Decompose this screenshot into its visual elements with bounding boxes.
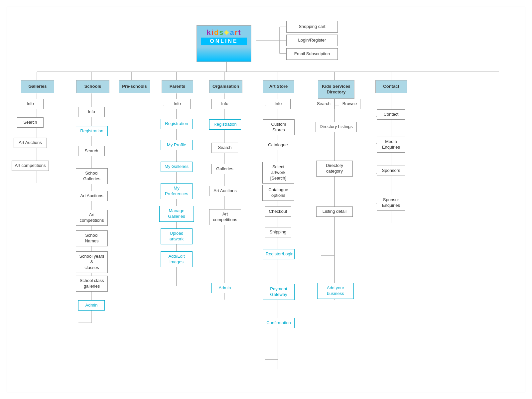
- as-payment[interactable]: PaymentGateway: [263, 284, 295, 300]
- logo: kids☀art ONLINE: [197, 25, 251, 62]
- ksd-header: Kids ServicesDirectory: [318, 80, 354, 99]
- as-catalogue[interactable]: Catalogue: [265, 140, 291, 150]
- as-checkout[interactable]: Checkout: [265, 206, 291, 217]
- page: kids☀art ONLINE Shopping cart Login/Regi…: [7, 7, 525, 392]
- org-registration[interactable]: Registration: [209, 119, 241, 130]
- ksd-add[interactable]: Add yourbusiness: [317, 283, 354, 299]
- as-confirmation[interactable]: Confirmation: [263, 318, 295, 328]
- as-select[interactable]: Select artwork[Search]: [262, 162, 294, 184]
- org-auctions[interactable]: Art Auctions: [209, 186, 241, 196]
- sch-admin[interactable]: Admin: [78, 300, 105, 311]
- org-admin[interactable]: Admin: [211, 283, 238, 293]
- ksd-listings[interactable]: Directory Listings: [316, 122, 357, 132]
- as-info[interactable]: Info: [266, 99, 291, 109]
- login-register-node[interactable]: Login/Register: [286, 35, 338, 46]
- contact-header: Contact: [375, 80, 407, 93]
- schools-header: Schools: [76, 80, 109, 93]
- con-sponsors[interactable]: Sponsors: [377, 166, 405, 176]
- sch-auctions[interactable]: Art Auctions: [76, 191, 108, 201]
- gal-search[interactable]: Search: [17, 117, 44, 128]
- par-registration[interactable]: Registration: [161, 119, 193, 129]
- galleries-header: Galleries: [21, 80, 54, 93]
- shopping-cart-node[interactable]: Shopping cart: [286, 21, 338, 33]
- par-info[interactable]: Info: [164, 99, 191, 109]
- org-info[interactable]: Info: [211, 99, 238, 109]
- logo-top: kids☀art: [201, 28, 247, 37]
- as-custom[interactable]: Custom Stores: [263, 119, 295, 135]
- ksd-search[interactable]: Search: [313, 99, 334, 109]
- sch-class-galleries[interactable]: School classgalleries: [76, 276, 108, 292]
- as-options[interactable]: Catalogueoptions: [262, 185, 294, 201]
- parents-header: Parents: [162, 80, 193, 93]
- con-sponsor-enq[interactable]: SponsorEnquiries: [377, 195, 405, 211]
- email-subscription-node[interactable]: Email Subscription: [286, 48, 338, 60]
- par-profile[interactable]: My Profile: [161, 140, 193, 150]
- sch-info[interactable]: Info: [78, 107, 105, 117]
- sch-years[interactable]: School years &classes: [76, 251, 108, 273]
- sch-competitions[interactable]: Art competitions: [76, 210, 108, 226]
- par-edit[interactable]: Add/Edit images: [161, 251, 193, 267]
- org-galleries[interactable]: Galleries: [211, 164, 238, 174]
- par-galleries[interactable]: My Galleries: [161, 162, 193, 172]
- logo-bottom: ONLINE: [201, 38, 247, 45]
- par-preferences[interactable]: My Preferences: [161, 183, 193, 199]
- as-shipping[interactable]: Shipping: [265, 227, 291, 237]
- as-register[interactable]: Register/Login: [263, 249, 295, 259]
- con-media[interactable]: MediaEnquiries: [377, 137, 405, 153]
- ksd-browse[interactable]: Browse: [339, 99, 360, 109]
- gal-auctions[interactable]: Art Auctions: [14, 138, 47, 148]
- sch-registration[interactable]: Registration: [76, 126, 108, 136]
- ksd-detail[interactable]: Listing detail: [316, 206, 353, 217]
- org-search[interactable]: Search: [211, 143, 238, 153]
- gal-competitions[interactable]: Art competitions: [12, 161, 49, 171]
- preschools-header: Pre-schools: [119, 80, 150, 93]
- artstore-header: Art Store: [263, 80, 294, 93]
- organisation-header: Organisation: [209, 80, 242, 93]
- org-competitions[interactable]: Art competitions: [209, 209, 241, 225]
- par-manage[interactable]: Manage Galleries: [159, 206, 194, 222]
- sch-galleries[interactable]: SchoolGalleries: [76, 168, 108, 184]
- sch-names[interactable]: School Names: [76, 230, 108, 246]
- ksd-category[interactable]: Directorycategory: [316, 161, 353, 177]
- gal-info[interactable]: Info: [17, 99, 44, 109]
- par-upload[interactable]: Upload artwork: [161, 228, 193, 244]
- sch-search[interactable]: Search: [78, 146, 105, 156]
- con-contact[interactable]: Contact: [377, 109, 405, 120]
